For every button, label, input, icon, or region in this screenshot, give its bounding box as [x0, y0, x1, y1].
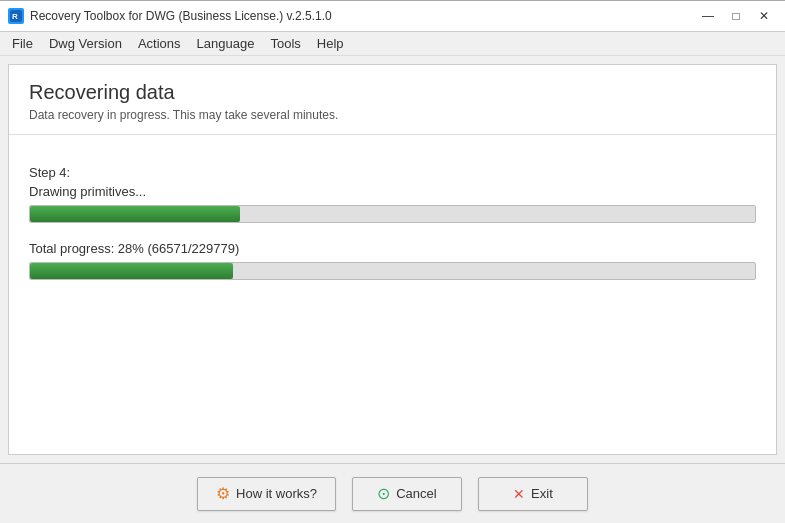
bottom-bar: ⚙ How it works? ⊙ Cancel ✕ Exit	[0, 463, 785, 523]
total-progress-bar-fill	[30, 263, 233, 279]
menu-tools[interactable]: Tools	[262, 34, 308, 53]
page-subtitle: Data recovery in progress. This may take…	[29, 108, 756, 122]
window-controls: — □ ✕	[695, 6, 777, 26]
menu-help[interactable]: Help	[309, 34, 352, 53]
svg-text:R: R	[12, 12, 18, 21]
app-icon: R	[8, 8, 24, 24]
exit-icon: ✕	[513, 486, 525, 502]
step-task: Drawing primitives...	[29, 184, 756, 199]
gear-icon: ⚙	[216, 484, 230, 503]
how-it-works-button[interactable]: ⚙ How it works?	[197, 477, 336, 511]
close-button[interactable]: ✕	[751, 6, 777, 26]
step-label: Step 4:	[29, 165, 756, 180]
title-bar: R Recovery Toolbox for DWG (Business Lic…	[0, 0, 785, 32]
exit-button[interactable]: ✕ Exit	[478, 477, 588, 511]
progress-section: Step 4: Drawing primitives... Total prog…	[9, 135, 776, 454]
exit-label: Exit	[531, 486, 553, 501]
menu-bar: File Dwg Version Actions Language Tools …	[0, 32, 785, 56]
cancel-icon: ⊙	[377, 484, 390, 503]
step-progress-bar-container	[29, 205, 756, 223]
how-it-works-label: How it works?	[236, 486, 317, 501]
menu-actions[interactable]: Actions	[130, 34, 189, 53]
minimize-button[interactable]: —	[695, 6, 721, 26]
menu-language[interactable]: Language	[189, 34, 263, 53]
window-title: Recovery Toolbox for DWG (Business Licen…	[30, 9, 332, 23]
page-title: Recovering data	[29, 81, 756, 104]
cancel-label: Cancel	[396, 486, 436, 501]
cancel-button[interactable]: ⊙ Cancel	[352, 477, 462, 511]
menu-dwgversion[interactable]: Dwg Version	[41, 34, 130, 53]
total-progress-bar-container	[29, 262, 756, 280]
total-label: Total progress: 28% (66571/229779)	[29, 241, 756, 256]
header-section: Recovering data Data recovery in progres…	[9, 65, 776, 135]
menu-file[interactable]: File	[4, 34, 41, 53]
main-content: Recovering data Data recovery in progres…	[8, 64, 777, 455]
step-progress-bar-fill	[30, 206, 240, 222]
title-bar-left: R Recovery Toolbox for DWG (Business Lic…	[8, 8, 332, 24]
maximize-button[interactable]: □	[723, 6, 749, 26]
